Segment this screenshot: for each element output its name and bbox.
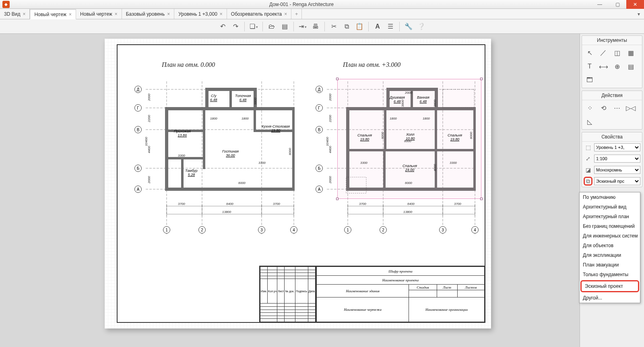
svg-rect-16: [229, 88, 232, 109]
axis-label: Г: [316, 104, 323, 112]
filter-option[interactable]: Для экспликации: [580, 250, 640, 260]
minimize-button[interactable]: —: [591, 0, 609, 9]
tab-project-browser[interactable]: Обозреватель проекта×: [227, 9, 291, 19]
axis-label: А: [134, 186, 142, 193]
open-button[interactable]: 🗁: [266, 21, 277, 32]
maximize-button[interactable]: ▢: [609, 0, 626, 9]
svg-rect-19: [165, 157, 205, 159]
axis-label: 2: [198, 226, 206, 233]
filter-option[interactable]: По умолчанию: [580, 192, 640, 202]
save-button[interactable]: ▤: [279, 21, 290, 32]
close-icon[interactable]: ×: [167, 11, 170, 17]
filter-option[interactable]: Архитектурный план: [580, 212, 640, 221]
panel-title: Действия: [582, 91, 642, 100]
filter-option[interactable]: План эвакуации: [580, 260, 640, 270]
close-icon[interactable]: ×: [220, 11, 223, 17]
settings-button[interactable]: 🔧: [403, 21, 414, 32]
visual-style-select[interactable]: Монохромнь: [594, 166, 640, 174]
filter-option[interactable]: Только фундаменты: [580, 270, 640, 279]
trim-action-icon[interactable]: ◺: [584, 116, 595, 127]
axis-label: Б: [134, 165, 142, 172]
filter-dropdown[interactable]: По умолчанию Архитектурный вид Архитекту…: [579, 192, 640, 303]
copy-button[interactable]: ⧉: [341, 21, 352, 32]
select-tool-icon[interactable]: ↖: [584, 48, 595, 58]
undo-button[interactable]: ↶: [217, 21, 228, 32]
tabsbar: 3D Вид× Новый чертеж× Новый чертеж× Базо…: [0, 9, 644, 19]
filter-option-selected[interactable]: Эскизный проект: [580, 280, 639, 292]
window-title: Дом-001 - Renga Architecture: [12, 2, 591, 7]
export-button[interactable]: ⇥: [297, 21, 308, 32]
tab-3d-view[interactable]: 3D Вид×: [0, 9, 30, 19]
close-icon[interactable]: ×: [23, 11, 25, 17]
close-button[interactable]: ✕: [626, 0, 644, 9]
move-action-icon[interactable]: ⁘: [584, 103, 595, 113]
tab-label: Уровень 1 +3,000: [178, 11, 217, 17]
tab-level-1[interactable]: Уровень 1 +3,000×: [174, 9, 227, 19]
tab-label: Новый чертеж: [34, 12, 66, 17]
level-icon: ⬚: [584, 143, 592, 152]
rotate-action-icon[interactable]: ⟲: [598, 103, 609, 113]
tools-panel: Инструменты ↖ ／ ◫ ▦ T ⟷ ⊕ ▤ 🗔: [582, 35, 642, 88]
filter-option[interactable]: Архитектурный вид: [580, 202, 640, 212]
tabs-overflow-button[interactable]: ▾: [634, 9, 644, 19]
table-tool-icon[interactable]: ▤: [625, 61, 636, 72]
filter-option[interactable]: Для объектов: [580, 241, 640, 250]
filter-option[interactable]: Для инженерных систем: [580, 231, 640, 241]
scale-icon: ⤢: [584, 154, 592, 163]
filter-icon: ⧉: [584, 177, 592, 186]
tab-new-drawing-1[interactable]: Новый чертеж×: [30, 9, 76, 19]
text-style-button[interactable]: A: [372, 21, 383, 32]
filter-option[interactable]: Без границ помещений: [580, 221, 640, 231]
svg-rect-10: [165, 107, 168, 191]
view-cube-button[interactable]: ❏: [248, 21, 259, 32]
panel-title: Инструменты: [582, 36, 642, 45]
axis-label: Д: [316, 86, 323, 93]
axis-label: Г: [134, 104, 142, 112]
properties-button[interactable]: ☰: [385, 21, 396, 32]
axis-label: 4: [471, 226, 479, 233]
hatch-tool-icon[interactable]: ▦: [625, 48, 636, 58]
print-button[interactable]: 🖶: [310, 21, 321, 32]
close-icon[interactable]: ×: [284, 11, 287, 17]
tab-label: 3D Вид: [4, 11, 20, 17]
redo-button[interactable]: ↷: [230, 21, 241, 32]
axis-label: В: [316, 126, 323, 133]
axis-label: Б: [316, 165, 323, 172]
panel-title: Свойства: [582, 132, 642, 142]
drawing-sheet: План на отм. 0.000 План на отм. +3.000: [105, 39, 491, 328]
help-button[interactable]: ❔: [416, 21, 427, 32]
dimension-tool-icon[interactable]: ⟷: [598, 61, 609, 72]
svg-rect-11: [165, 188, 295, 191]
paste-button[interactable]: 📋: [354, 21, 365, 32]
tab-label: Обозреватель проекта: [231, 11, 282, 17]
tab-label: Новый чертеж: [80, 11, 112, 17]
cut-button[interactable]: ✂: [328, 21, 339, 32]
shape-tool-icon[interactable]: ◫: [612, 48, 622, 58]
actions-panel: Действия ⁘ ⟲ ⋯ ▷◁ ◺: [582, 91, 642, 130]
scale-select[interactable]: 1:100: [594, 155, 640, 163]
visual-style-icon: ◪: [584, 165, 592, 174]
line-tool-icon[interactable]: ／: [598, 48, 609, 58]
level-select[interactable]: Уровень 1 +3,: [594, 143, 640, 151]
new-tab-button[interactable]: +: [291, 9, 302, 19]
axis-label: 1: [163, 226, 170, 233]
mirror-action-icon[interactable]: ▷◁: [625, 103, 636, 113]
svg-rect-12: [292, 107, 295, 191]
floorplan-1: Д Г В Б А 1 2 3 4 С/у6.48 Топочная6.48 П…: [134, 73, 295, 234]
text-tool-icon[interactable]: T: [584, 61, 595, 72]
close-icon[interactable]: ×: [69, 12, 72, 17]
close-icon[interactable]: ×: [115, 11, 118, 17]
revision-block: Изм.Кол.уч Лист№ док. ПодписьДата: [259, 266, 316, 322]
filter-select[interactable]: Эскизный прс: [594, 177, 640, 185]
tab-new-drawing-2[interactable]: Новый чертеж×: [76, 9, 122, 19]
tab-base-level[interactable]: Базовый уровень×: [122, 9, 175, 19]
frame-tool-icon[interactable]: 🗔: [584, 75, 595, 85]
array-action-icon[interactable]: ⋯: [612, 103, 622, 113]
properties-panel: Свойства ⬚ Уровень 1 +3, ⤢ 1:100 ◪ Монох…: [582, 132, 642, 187]
svg-rect-20: [181, 157, 184, 189]
drawing-canvas[interactable]: План на отм. 0.000 План на отм. +3.000: [0, 34, 580, 347]
axis-tool-icon[interactable]: ⊕: [612, 61, 622, 72]
app-icon: ◆: [2, 1, 10, 8]
right-panels: Инструменты ↖ ／ ◫ ▦ T ⟷ ⊕ ▤ 🗔 Действия ⁘…: [580, 34, 644, 347]
filter-option[interactable]: Другой...: [580, 293, 640, 303]
